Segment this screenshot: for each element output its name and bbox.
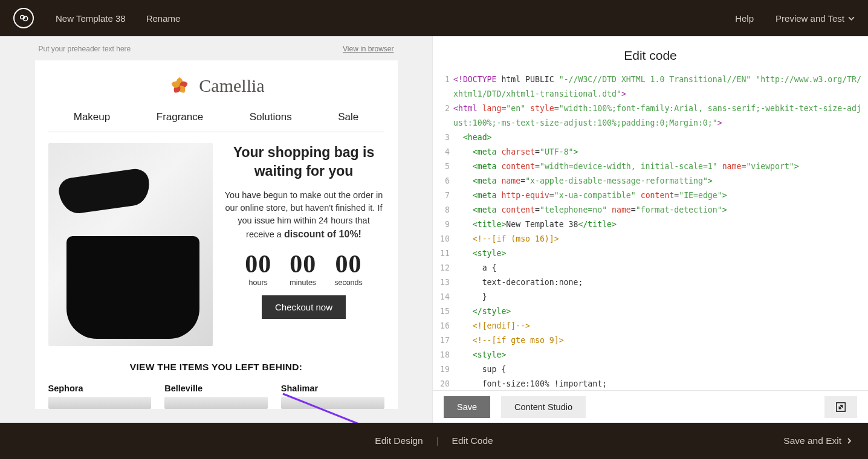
item-image	[164, 397, 268, 409]
preview-and-test-label: Preview and Test	[776, 13, 844, 24]
count-hours: 00 hours	[245, 249, 271, 287]
preview-and-test-dropdown[interactable]: Preview and Test	[776, 13, 855, 24]
count-seconds: 00 seconds	[334, 249, 363, 287]
item-image	[281, 397, 384, 409]
edit-design-link[interactable]: Edit Design	[375, 435, 423, 446]
checkout-button[interactable]: Checkout now	[262, 295, 346, 319]
save-and-exit-button[interactable]: Save and Exit	[783, 435, 852, 446]
brand-name: Camellia	[199, 75, 264, 96]
chevron-right-icon	[846, 437, 852, 445]
email-nav: Makeup Fragrance Solutions Sale	[48, 98, 384, 132]
hero-image	[48, 143, 213, 346]
item-card: Shalimar	[281, 384, 384, 409]
edit-code-link[interactable]: Edit Code	[452, 435, 493, 446]
chevron-down-icon	[848, 15, 855, 22]
view-in-browser-link[interactable]: View in browser	[343, 45, 394, 53]
nav-sale[interactable]: Sale	[338, 111, 358, 123]
brand-row: Camellia	[48, 70, 384, 98]
rename-link[interactable]: Rename	[146, 13, 181, 24]
top-bar: New Template 38 Rename Help Preview and …	[0, 0, 868, 36]
expand-editor-button[interactable]	[824, 396, 857, 418]
email-preview-pane: Put your preheader text here View in bro…	[0, 36, 433, 423]
countdown-row: 00 hours 00 minutes 00 seconds	[224, 249, 384, 287]
items-row: Sephora Belleville Shalimar	[48, 384, 384, 409]
nav-solutions[interactable]: Solutions	[250, 111, 292, 123]
bottom-bar: Edit Design | Edit Code Save and Exit	[0, 423, 868, 459]
nav-fragrance[interactable]: Fragrance	[157, 111, 203, 123]
code-textarea[interactable]: 1<!DOCTYPE html PUBLIC "-//W3C//DTD XHTM…	[433, 72, 868, 390]
hero-body: You have begun to make out the order in …	[224, 189, 384, 241]
email-body: Camellia Makeup Fragrance Solutions Sale…	[35, 60, 398, 409]
save-button[interactable]: Save	[444, 396, 490, 418]
item-card: Belleville	[164, 384, 268, 409]
hero-heading: Your shopping bag is waiting for you	[224, 143, 384, 181]
count-minutes: 00 minutes	[290, 249, 316, 287]
main-split: Put your preheader text here View in bro…	[0, 36, 868, 423]
help-link[interactable]: Help	[735, 13, 754, 24]
code-toolbar: Save Content Studio	[433, 390, 868, 423]
separator: |	[436, 435, 439, 446]
mailchimp-logo-icon[interactable]	[13, 8, 34, 28]
brand-flower-icon	[167, 74, 192, 98]
code-editor-pane: Edit code 1<!DOCTYPE html PUBLIC "-//W3C…	[433, 36, 868, 423]
item-card: Sephora	[48, 384, 152, 409]
template-name[interactable]: New Template 38	[56, 13, 126, 24]
hero-section: Your shopping bag is waiting for you You…	[48, 143, 384, 346]
content-studio-button[interactable]: Content Studio	[501, 396, 586, 418]
preheader-text: Put your preheader text here	[39, 45, 131, 53]
hero-discount: discount of 10%!	[284, 229, 361, 239]
items-heading: VIEW THE ITEMS YOU LEFT BEHIND:	[48, 362, 384, 373]
item-image	[48, 397, 152, 409]
svg-point-2	[24, 18, 25, 19]
expand-icon	[835, 402, 846, 412]
code-editor-title: Edit code	[433, 36, 868, 72]
nav-makeup[interactable]: Makeup	[74, 111, 110, 123]
